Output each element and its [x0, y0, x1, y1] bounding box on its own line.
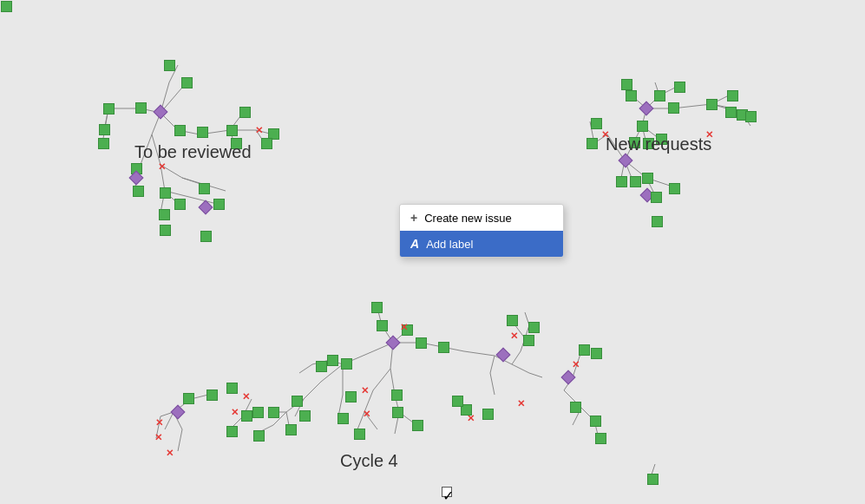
- checkbox-node: ✓: [441, 486, 453, 498]
- green-node: [298, 409, 311, 422]
- green-node: [370, 301, 383, 313]
- green-node: [213, 198, 225, 210]
- green-node: [134, 101, 147, 114]
- green-node: [267, 406, 279, 418]
- green-node: [180, 76, 193, 88]
- green-node: [641, 172, 653, 184]
- green-node: [744, 110, 757, 122]
- diamond-node: [562, 371, 574, 383]
- green-node: [705, 98, 718, 110]
- green-node: [174, 124, 186, 136]
- plus-icon: +: [410, 211, 417, 225]
- red-bug-node: ✕: [569, 358, 581, 370]
- green-node: [646, 473, 659, 485]
- diamond-node: [200, 201, 212, 213]
- green-node: [285, 423, 297, 435]
- green-node: [158, 208, 170, 220]
- red-bug-node: ✕: [153, 416, 165, 429]
- green-node: [376, 319, 388, 331]
- green-node: [260, 137, 272, 149]
- green-node: [391, 406, 403, 418]
- green-node: [390, 389, 403, 401]
- green-node: [174, 198, 186, 210]
- red-bug-node: ✕: [228, 406, 240, 418]
- green-node: [590, 347, 602, 359]
- svg-line-99: [490, 356, 495, 373]
- green-node: [651, 215, 663, 227]
- green-node: [589, 415, 601, 427]
- green-node: [411, 419, 423, 431]
- green-node: [650, 191, 662, 203]
- red-bug-node: ✕: [155, 160, 167, 173]
- svg-line-57: [373, 369, 390, 390]
- red-bug-node: ✕: [508, 330, 520, 342]
- diamond-node: [172, 406, 184, 418]
- svg-line-82: [299, 364, 312, 373]
- diamond-node: [497, 349, 509, 361]
- green-node: [620, 78, 632, 90]
- green-node: [353, 428, 365, 440]
- svg-line-66: [464, 351, 495, 356]
- green-node: [636, 120, 648, 132]
- green-node: [482, 408, 494, 420]
- green-node: [326, 354, 338, 366]
- red-bug-node: ✕: [252, 124, 265, 136]
- svg-line-94: [512, 351, 521, 364]
- green-node: [97, 137, 109, 149]
- green-node: [451, 395, 463, 407]
- green-node: [522, 334, 534, 346]
- green-node: [206, 389, 218, 401]
- green-node: [625, 89, 637, 101]
- red-bug-node: ✕: [163, 447, 175, 459]
- create-new-issue-item[interactable]: + Create new issue: [400, 205, 563, 231]
- green-node: [159, 187, 171, 199]
- label-a-icon: A: [410, 237, 419, 251]
- green-node: [726, 89, 738, 101]
- green-node: [590, 117, 602, 129]
- green-node: [240, 409, 252, 422]
- green-node: [226, 382, 238, 394]
- red-bug-node: ✕: [239, 390, 252, 403]
- green-node: [578, 344, 590, 356]
- create-new-issue-label: Create new issue: [424, 212, 511, 225]
- green-node: [594, 432, 606, 444]
- diamond-node: [640, 102, 652, 115]
- context-menu: + Create new issue A Add label: [399, 204, 564, 258]
- svg-line-73: [304, 382, 321, 399]
- red-bug-node: ✕: [358, 384, 370, 396]
- green-node: [437, 341, 449, 353]
- green-node: [252, 406, 264, 418]
- cluster-label-to-be-reviewed: To be reviewed: [134, 142, 252, 162]
- cluster-label-new-requests: New requests: [606, 134, 711, 154]
- red-bug-node: ✕: [152, 431, 164, 443]
- green-node: [506, 314, 518, 326]
- diamond-node: [619, 154, 632, 167]
- green-node: [629, 175, 641, 187]
- green-node: [344, 390, 357, 403]
- green-node: [102, 102, 115, 115]
- green-node: [132, 185, 144, 197]
- green-node: [415, 337, 427, 349]
- svg-line-92: [178, 429, 182, 451]
- green-node: [724, 106, 737, 118]
- green-node: [200, 230, 212, 242]
- green-node: [668, 182, 680, 194]
- red-bug-node: ✕: [514, 397, 527, 409]
- green-node: [226, 425, 238, 437]
- green-node: [315, 360, 327, 372]
- green-node: [528, 321, 540, 333]
- green-node: [226, 124, 238, 136]
- diamond-node: [387, 337, 399, 349]
- green-node: [615, 175, 627, 187]
- green-node: [337, 412, 349, 424]
- green-node: [182, 392, 194, 404]
- diamond-node: [130, 172, 142, 184]
- green-node: [198, 182, 210, 194]
- green-node: [163, 59, 175, 71]
- add-label-item[interactable]: A Add label: [400, 231, 563, 257]
- add-label-label: Add label: [426, 238, 473, 251]
- green-node: [667, 101, 679, 114]
- green-node: [569, 401, 581, 413]
- green-node: [0, 0, 12, 12]
- green-node: [159, 224, 171, 236]
